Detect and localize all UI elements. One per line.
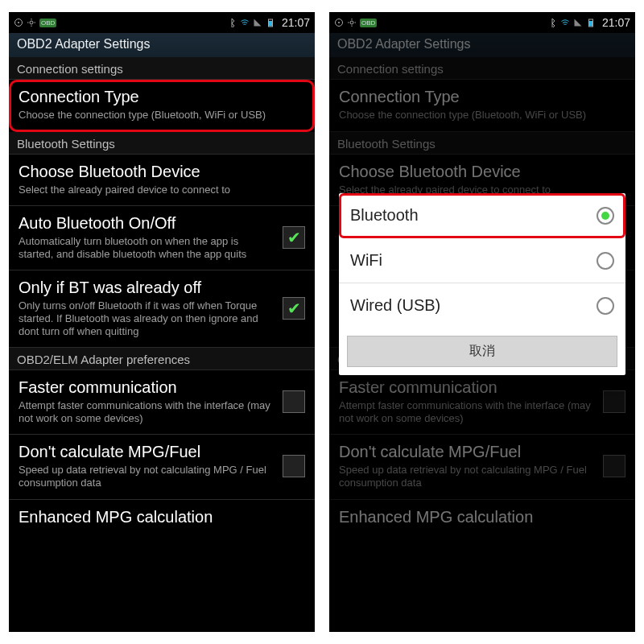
status-bar: OBD 21:07 (9, 12, 315, 33)
row-subtitle: Select the already paired device to conn… (19, 184, 305, 196)
svg-point-1 (18, 22, 19, 23)
row-choose-bluetooth-device[interactable]: Choose Bluetooth Device Select the alrea… (9, 155, 315, 207)
wifi-status-icon (560, 18, 570, 27)
row-title: Don't calculate MPG/Fuel (19, 443, 276, 460)
radio-bluetooth[interactable] (597, 207, 614, 225)
dialog-option-wired-usb[interactable]: Wired (USB) (339, 283, 625, 328)
radio-wired-usb[interactable] (597, 297, 614, 315)
cancel-button[interactable]: 取消 (347, 336, 617, 367)
section-header-connection: Connection settings (9, 57, 315, 80)
status-clock: 21:07 (602, 16, 630, 29)
dialog-option-label: WiFi (350, 251, 382, 270)
row-title: Enhanced MPG calculation (19, 508, 305, 526)
row-only-if-bt-off[interactable]: Only if BT was already off Only turns on… (9, 270, 315, 348)
status-bar: OBD 21:07 (329, 12, 635, 33)
status-clock: 21:07 (282, 16, 310, 29)
row-subtitle: Choose the connection type (Bluetooth, W… (19, 109, 305, 122)
dialog-option-label: Wired (USB) (350, 296, 440, 315)
bluetooth-status-icon (547, 18, 557, 27)
app-bar-title: OBD2 Adapter Settings (9, 33, 315, 57)
checkbox-auto-bluetooth[interactable] (283, 226, 305, 249)
phone-right: OBD 21:07 OBD2 Adapter Settings Connecti… (329, 12, 635, 632)
gear-icon (347, 18, 357, 27)
radio-wifi[interactable] (597, 252, 614, 270)
row-connection-type[interactable]: Connection Type Choose the connection ty… (9, 80, 315, 132)
row-title: Choose Bluetooth Device (19, 163, 305, 180)
section-header-elm: OBD2/ELM Adapter preferences (9, 348, 315, 370)
checkbox-dont-calculate-mpg[interactable] (283, 455, 305, 477)
svg-point-7 (350, 21, 353, 24)
dialog-option-wifi[interactable]: WiFi (339, 238, 625, 283)
row-subtitle: Automatically turn bluetooth on when the… (19, 235, 276, 260)
obd-icon: OBD (360, 19, 377, 27)
row-subtitle: Only turns on/off Bluetooth if it was of… (19, 299, 276, 337)
row-title: Auto Bluetooth On/Off (19, 214, 276, 232)
row-title: Connection Type (19, 88, 305, 105)
svg-rect-9 (589, 21, 592, 27)
gear-icon (27, 18, 36, 27)
connection-type-dialog: Bluetooth WiFi Wired (USB) 取消 (339, 193, 625, 375)
svg-point-2 (30, 21, 33, 24)
target-icon (14, 18, 23, 27)
signal-status-icon (253, 18, 262, 27)
wifi-status-icon (240, 18, 250, 27)
checkbox-only-if-bt-off[interactable] (283, 297, 305, 320)
battery-status-icon (266, 18, 275, 27)
bluetooth-status-icon (227, 18, 237, 27)
row-subtitle: Attempt faster communications with the i… (19, 399, 276, 424)
checkbox-faster-communication[interactable] (283, 390, 305, 413)
svg-rect-4 (269, 21, 272, 27)
row-title: Only if BT was already off (19, 279, 276, 296)
dialog-option-bluetooth[interactable]: Bluetooth (339, 193, 625, 238)
svg-point-6 (338, 22, 340, 23)
row-dont-calculate-mpg[interactable]: Don't calculate MPG/Fuel Speed up data r… (9, 435, 315, 499)
target-icon (334, 18, 344, 27)
obd-icon: OBD (39, 19, 56, 27)
section-header-bluetooth: Bluetooth Settings (9, 132, 315, 155)
signal-status-icon (573, 18, 583, 27)
dialog-option-label: Bluetooth (350, 206, 419, 225)
row-auto-bluetooth[interactable]: Auto Bluetooth On/Off Automatically turn… (9, 206, 315, 270)
battery-status-icon (586, 18, 596, 27)
row-enhanced-mpg[interactable]: Enhanced MPG calculation (9, 500, 315, 535)
row-subtitle: Speed up data retrieval by not calculati… (19, 464, 276, 489)
phone-left: OBD 21:07 OBD2 Adapter Settings Connecti… (9, 12, 315, 632)
row-title: Faster communication (19, 378, 276, 396)
row-faster-communication[interactable]: Faster communication Attempt faster comm… (9, 370, 315, 435)
